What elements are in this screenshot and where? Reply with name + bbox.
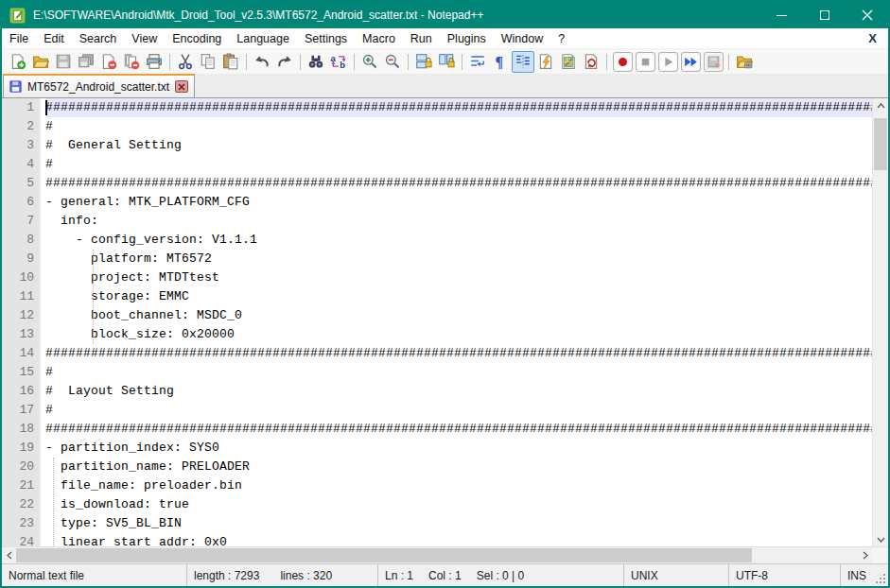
save-icon[interactable]: [52, 51, 75, 73]
menu-item-window[interactable]: Window: [494, 28, 550, 48]
title-bar: E:\SOFTWARE\Android\Mtk_Droid_Tool_v2.5.…: [2, 2, 888, 28]
code-line[interactable]: partition_name: PRELOADER: [45, 458, 872, 476]
document-switcher-icon[interactable]: [580, 51, 602, 73]
vertical-scrollbar[interactable]: [872, 98, 888, 546]
toolbar-separator: [300, 54, 301, 70]
code-line[interactable]: linear_start_addr: 0x0: [45, 533, 872, 546]
code-line[interactable]: #: [45, 117, 872, 136]
show-indent-guide-icon[interactable]: [512, 51, 534, 73]
status-eol-format[interactable]: UNIX: [624, 564, 729, 586]
folder-as-workspace-icon[interactable]: [733, 51, 756, 73]
vertical-scroll-thumb[interactable]: [874, 118, 887, 170]
open-file-icon[interactable]: [29, 51, 52, 73]
redo-icon[interactable]: [273, 51, 296, 73]
save-macro-icon[interactable]: [702, 51, 724, 73]
new-file-icon[interactable]: [7, 51, 29, 73]
show-all-characters-icon[interactable]: ¶: [489, 51, 512, 73]
code-line[interactable]: #: [45, 363, 872, 382]
menu-item-macro[interactable]: Macro: [355, 28, 403, 48]
scroll-left-button[interactable]: [2, 547, 16, 563]
close-all-documents-icon[interactable]: [120, 51, 143, 73]
toolbar-separator: [354, 54, 355, 70]
maximize-button[interactable]: [803, 2, 846, 28]
replace-icon[interactable]: ab: [327, 51, 350, 73]
menu-item-language[interactable]: Language: [229, 28, 297, 48]
close-button[interactable]: [846, 2, 888, 28]
save-all-icon[interactable]: [75, 51, 97, 73]
code-area[interactable]: ########################################…: [45, 98, 872, 546]
code-line[interactable]: ########################################…: [45, 174, 872, 193]
horizontal-scroll-track[interactable]: [16, 547, 858, 563]
menu-item-run[interactable]: Run: [403, 28, 440, 48]
tab-mt6572-android-scatter[interactable]: MT6572_Android_scatter.txt: [3, 74, 195, 97]
menu-item-settings[interactable]: Settings: [297, 28, 355, 48]
minimize-button[interactable]: [760, 2, 803, 28]
sync-vertical-scroll-icon[interactable]: [412, 51, 435, 73]
sync-horizontal-scroll-icon[interactable]: [435, 51, 458, 73]
code-line[interactable]: storage: EMMC: [45, 287, 872, 306]
code-line[interactable]: # Layout Setting: [45, 382, 872, 401]
code-line[interactable]: - general: MTK_PLATFORM_CFG: [45, 193, 872, 212]
menu-item-view[interactable]: View: [124, 28, 165, 48]
line-number: 5: [2, 174, 34, 193]
zoom-out-icon[interactable]: [381, 51, 404, 73]
menu-close-button[interactable]: X: [868, 31, 877, 45]
code-line[interactable]: ########################################…: [45, 420, 872, 439]
horizontal-scroll-thumb[interactable]: [16, 548, 752, 562]
code-line[interactable]: - config_version: V1.1.1: [45, 231, 872, 250]
code-line[interactable]: ########################################…: [45, 98, 872, 117]
svg-text:b: b: [340, 60, 345, 70]
notepadpp-window: E:\SOFTWARE\Android\Mtk_Droid_Tool_v2.5.…: [0, 0, 890, 588]
scroll-right-button[interactable]: [858, 547, 872, 563]
menu-item-help[interactable]: ?: [550, 28, 572, 48]
code-line[interactable]: # General Setting: [45, 136, 872, 155]
menu-item-plugins[interactable]: Plugins: [440, 28, 494, 48]
document-map-icon[interactable]: [557, 51, 580, 73]
menu-item-edit[interactable]: Edit: [36, 28, 72, 48]
menu-item-search[interactable]: Search: [72, 28, 125, 48]
print-icon[interactable]: [143, 51, 166, 73]
menu-item-encoding[interactable]: Encoding: [165, 28, 229, 48]
close-document-icon[interactable]: [97, 51, 120, 73]
code-line[interactable]: boot_channel: MSDC_0: [45, 306, 872, 325]
code-line[interactable]: file_name: preloader.bin: [45, 476, 872, 495]
code-line[interactable]: is_download: true: [45, 495, 872, 514]
code-line[interactable]: - partition_index: SYS0: [45, 439, 872, 458]
tab-close-button[interactable]: [175, 80, 188, 93]
line-number: 15: [2, 363, 34, 382]
menu-bar: FileEditSearchViewEncodingLanguageSettin…: [2, 28, 888, 49]
copy-icon[interactable]: [197, 51, 219, 73]
toolbar-separator: [728, 54, 729, 70]
cut-icon[interactable]: [174, 51, 197, 73]
code-line[interactable]: ########################################…: [45, 344, 872, 363]
tab-bar: MT6572_Android_scatter.txt: [2, 74, 888, 98]
code-line[interactable]: #: [45, 401, 872, 420]
stop-macro-icon[interactable]: [634, 51, 656, 73]
line-number: 24: [2, 533, 34, 546]
run-macro-multiple-icon[interactable]: [679, 51, 702, 73]
paste-icon[interactable]: [219, 51, 242, 73]
function-list-icon[interactable]: [534, 51, 557, 73]
status-selection: Sel : 0 | 0: [477, 569, 524, 582]
scroll-down-button[interactable]: [873, 532, 888, 546]
word-wrap-icon[interactable]: [466, 51, 489, 73]
scroll-up-button[interactable]: [873, 98, 888, 112]
vertical-scroll-track[interactable]: [873, 112, 888, 532]
undo-icon[interactable]: [251, 51, 273, 73]
status-encoding[interactable]: UTF-8: [729, 564, 841, 586]
code-line[interactable]: type: SV5_BL_BIN: [45, 514, 872, 533]
code-line[interactable]: platform: MT6572: [45, 250, 872, 268]
code-line[interactable]: #: [45, 155, 872, 174]
code-line[interactable]: project: MTDTtest: [45, 268, 872, 287]
record-macro-icon[interactable]: [611, 51, 634, 73]
toolbar-separator: [462, 54, 462, 70]
zoom-in-icon[interactable]: [358, 51, 381, 73]
play-macro-icon[interactable]: [656, 51, 679, 73]
menu-item-file[interactable]: File: [2, 28, 36, 48]
find-icon[interactable]: [305, 51, 327, 73]
status-cursor-position: Ln : 1Col : 1Sel : 0 | 0: [378, 564, 624, 586]
code-line[interactable]: block_size: 0x20000: [45, 325, 872, 344]
horizontal-scrollbar[interactable]: [2, 547, 872, 563]
code-line[interactable]: info:: [45, 212, 872, 231]
resize-grip[interactable]: [875, 573, 887, 585]
